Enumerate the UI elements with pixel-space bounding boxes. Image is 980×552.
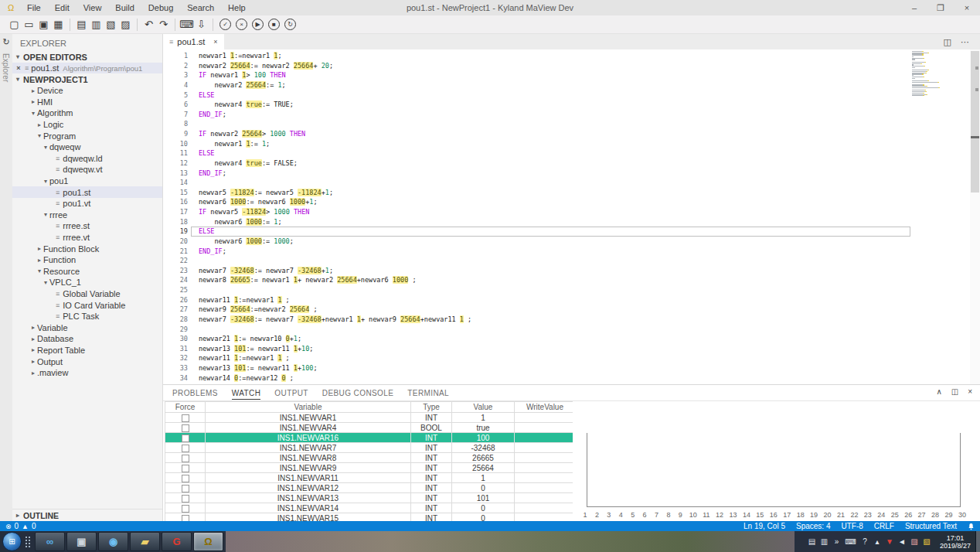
minimap[interactable] — [912, 51, 939, 97]
problems-status[interactable]: ⊗ 0 ▲ 0 — [5, 522, 36, 530]
code-line-27[interactable]: 27newvar9 25664:=newvar2 25664 ; — [163, 305, 980, 315]
block-table-icon[interactable]: ▨ — [118, 18, 133, 32]
writevalue-cell[interactable] — [515, 423, 573, 433]
force-checkbox[interactable] — [182, 515, 189, 521]
menu-file[interactable]: File — [20, 3, 48, 12]
library-blocks-icon[interactable]: ▤ — [74, 18, 89, 32]
taskbar-app-maview[interactable]: Ω — [193, 532, 223, 551]
writevalue-cell[interactable] — [515, 453, 573, 463]
block-config-icon[interactable]: ▧ — [104, 18, 118, 32]
tree-item-logic[interactable]: ▸Logic — [12, 119, 162, 131]
taskbar-app-secure-shell[interactable]: ▣ — [66, 532, 97, 551]
writevalue-cell[interactable] — [515, 473, 573, 483]
code-line-9[interactable]: 9IF newvar2 25664> 1000 THEN — [163, 129, 980, 139]
force-cell[interactable] — [165, 433, 206, 443]
volume-muted-icon[interactable]: ◄ — [898, 537, 906, 546]
code-line-12[interactable]: 12 newvar4 true:= FALSE; — [163, 158, 980, 169]
restore-button[interactable]: ❐ — [927, 0, 954, 15]
tree-item-variable[interactable]: ▸Variable — [12, 322, 162, 333]
stop-icon[interactable]: ■ — [268, 19, 280, 30]
block-add-icon[interactable]: ▥ — [89, 18, 104, 32]
taskbar-app-messenger[interactable]: ◉ — [98, 532, 128, 551]
code-line-5[interactable]: 5ELSE — [163, 90, 980, 101]
open-editors-section[interactable]: ▾ OPEN EDITORS — [12, 51, 162, 63]
code-line-7[interactable]: 7END_IF; — [163, 110, 980, 120]
code-line-21[interactable]: 21END_IF; — [163, 247, 980, 257]
code-line-30[interactable]: 30newvar21 1:= newvar10 0+1; — [163, 334, 980, 344]
open-folder-icon[interactable]: ▭ — [22, 18, 36, 32]
menu-view[interactable]: View — [77, 3, 109, 12]
code-line-25[interactable]: 25 — [163, 285, 980, 295]
tree-item-rrree-vt[interactable]: ≡rrree.vt — [12, 232, 162, 244]
force-cell[interactable] — [165, 513, 206, 522]
save-icon[interactable]: ▣ — [36, 18, 51, 32]
watch-row[interactable]: INS1.NEWVAR4BOOLtrue — [165, 423, 573, 433]
tree-item--maview[interactable]: ▸.maview — [12, 367, 162, 379]
code-line-11[interactable]: 11ELSE — [163, 148, 980, 158]
more-actions-icon[interactable]: ⋯ — [961, 37, 969, 47]
status-eol[interactable]: CRLF — [874, 522, 894, 530]
tree-item-global-variable[interactable]: ≡Global Variable — [12, 288, 162, 300]
open-editor-item-pou1st[interactable]: × ≡ pou1.st Algorithm\Program\pou1 — [12, 63, 162, 73]
code-line-20[interactable]: 20 newvar6 1000:= 1000; — [163, 237, 980, 247]
menu-edit[interactable]: Edit — [48, 3, 77, 12]
code-line-32[interactable]: 32newvar11 1:=newvar1 1 ; — [163, 353, 980, 363]
tree-item-rrree[interactable]: ▾rrree — [12, 210, 162, 221]
force-checkbox[interactable] — [182, 455, 189, 462]
tree-item-hmi[interactable]: ▸HMI — [12, 97, 162, 108]
cancel-icon[interactable]: × — [236, 19, 247, 30]
new-file-icon[interactable]: ▢ — [7, 18, 22, 32]
panel-tab-terminal[interactable]: TERMINAL — [407, 389, 449, 399]
code-line-8[interactable]: 8 — [163, 119, 980, 129]
download-to-plc-icon[interactable]: ⇩ — [194, 18, 209, 32]
panel-layout-icon[interactable]: ◫ — [951, 387, 958, 396]
force-cell[interactable] — [165, 473, 206, 483]
close-panel-icon[interactable]: × — [968, 387, 972, 396]
force-checkbox[interactable] — [182, 434, 189, 442]
panel-tab-output[interactable]: OUTPUT — [274, 389, 308, 399]
watch-row[interactable]: INS1.NEWVAR7INT-32468 — [165, 443, 573, 453]
undo-icon[interactable]: ↶ — [141, 18, 156, 32]
writevalue-cell[interactable] — [515, 503, 573, 513]
watch-row[interactable]: INS1.NEWVAR14INT0 — [165, 503, 573, 513]
remote-desktop-icon[interactable]: ▤ — [808, 537, 816, 546]
antivirus-icon[interactable]: ▼ — [886, 537, 893, 546]
tree-item-dqweqw[interactable]: ▾dqweqw — [12, 141, 162, 153]
tree-item-vplc-1[interactable]: ▾VPLC_1 — [12, 277, 162, 288]
menu-search[interactable]: Search — [180, 3, 221, 12]
show-desktop-button[interactable] — [975, 531, 980, 552]
code-line-24[interactable]: 24newvar8 26665:= newvar1 1+ newvar2 256… — [163, 275, 980, 285]
code-line-22[interactable]: 22 — [163, 256, 980, 266]
tree-item-io-card-variable[interactable]: ≡IO Card Variable — [12, 299, 162, 311]
writevalue-cell[interactable] — [515, 483, 573, 493]
tree-item-plc-task[interactable]: ≡PLC Task — [12, 311, 162, 322]
ime-icon[interactable]: ⌨ — [846, 537, 856, 546]
close-tab-icon[interactable]: × — [213, 38, 217, 46]
force-cell[interactable] — [165, 483, 206, 493]
tree-item-pou1-vt[interactable]: ≡pou1.vt — [12, 198, 162, 210]
code-line-29[interactable]: 29 — [163, 325, 980, 335]
code-line-31[interactable]: 31newvar13 101:= newvar11 1+10; — [163, 344, 980, 354]
watch-row[interactable]: INS1.NEWVAR16INT100 — [165, 433, 573, 443]
minimize-button[interactable]: – — [901, 0, 927, 15]
menu-help[interactable]: Help — [221, 3, 253, 12]
menu-debug[interactable]: Debug — [141, 3, 180, 12]
compile-icon[interactable]: ✓ — [219, 19, 231, 30]
code-line-26[interactable]: 26newvar11 1:=newvar1 1 ; — [163, 295, 980, 305]
taskbar-app-visual-studio[interactable]: ∞ — [35, 532, 65, 551]
tree-item-function[interactable]: ▸Function — [12, 254, 162, 266]
force-checkbox[interactable] — [182, 505, 189, 513]
force-checkbox[interactable] — [182, 485, 189, 492]
redo-icon[interactable]: ↷ — [156, 18, 171, 32]
outline-section[interactable]: ▸ OUTLINE — [12, 509, 162, 521]
tree-item-device[interactable]: ▸Device — [12, 85, 162, 97]
panel-tab-watch[interactable]: WATCH — [232, 389, 261, 400]
code-line-6[interactable]: 6 newvar4 true:= TRUE; — [163, 100, 980, 110]
force-checkbox[interactable] — [182, 495, 189, 503]
taskbar-app-g-tool[interactable]: G — [162, 532, 192, 551]
force-cell[interactable] — [165, 463, 206, 473]
tree-item-rrree-st[interactable]: ≡rrree.st — [12, 220, 162, 232]
sync-icon[interactable]: ↻ — [0, 37, 12, 47]
force-checkbox[interactable] — [182, 475, 189, 482]
force-checkbox[interactable] — [182, 424, 189, 432]
